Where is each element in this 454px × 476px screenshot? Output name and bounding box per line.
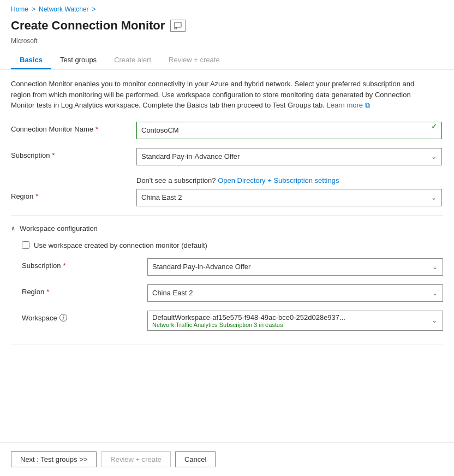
tabs-container: Basics Test groups Create alert Review +… xyxy=(0,51,454,70)
workspace-region-row: Region * China East 2 China East ⌄ xyxy=(22,284,443,302)
workspace-region-control: China East 2 China East ⌄ xyxy=(147,284,443,302)
breadcrumb-home[interactable]: Home xyxy=(11,5,28,13)
form-body: Connection Monitor Name * ✓ Subscription… xyxy=(0,117,454,364)
workspace-nested-form: Subscription * Standard Pay-in-Advance O… xyxy=(11,258,443,331)
workspace-subscription-control: Standard Pay-in-Advance Offer ⌄ xyxy=(147,258,443,276)
tab-test-groups[interactable]: Test groups xyxy=(51,51,105,69)
workspace-checkbox-label[interactable]: Use workspace created by connection moni… xyxy=(34,241,207,249)
ws-subscription-required: * xyxy=(63,261,66,270)
ws-region-required: * xyxy=(46,288,49,296)
description-text: Connection Monitor enables you to monito… xyxy=(0,70,426,117)
valid-checkmark-icon: ✓ xyxy=(431,122,438,130)
workspace-dropdown-arrow-icon: ⌄ xyxy=(432,317,437,324)
workspace-row: Workspace i DefaultWorkspace-af15e575-f9… xyxy=(22,311,443,331)
subscription-required-marker: * xyxy=(52,151,55,159)
workspace-dropdown-inner: DefaultWorkspace-af15e575-f948-49ac-bce0… xyxy=(148,311,443,330)
workspace-main-text: DefaultWorkspace-af15e575-f948-49ac-bce0… xyxy=(152,313,425,322)
workspace-checkbox[interactable] xyxy=(22,241,29,249)
svg-rect-0 xyxy=(175,22,181,27)
tab-review-create[interactable]: Review + create xyxy=(160,51,229,69)
region-label: Region * xyxy=(11,189,136,200)
workspace-dropdown[interactable]: DefaultWorkspace-af15e575-f948-49ac-bce0… xyxy=(147,311,443,331)
connection-monitor-name-label: Connection Monitor Name * xyxy=(11,122,136,133)
breadcrumb: Home > Network Watcher > xyxy=(0,0,454,16)
breadcrumb-sep2: > xyxy=(92,5,96,13)
workspace-label: Workspace i xyxy=(22,311,147,322)
connection-monitor-name-input-wrapper: ✓ xyxy=(136,122,442,139)
page-title: Create Connection Monitor xyxy=(11,19,165,33)
region-control: China East 2 China East ⌄ xyxy=(136,189,442,206)
review-create-button: Review + create xyxy=(101,451,171,467)
learn-more-link[interactable]: Learn more ⧉ xyxy=(327,101,370,109)
workspace-control: DefaultWorkspace-af15e575-f948-49ac-bce0… xyxy=(147,311,443,331)
workspace-checkbox-row: Use workspace created by connection moni… xyxy=(11,241,443,249)
workspace-subscription-row: Subscription * Standard Pay-in-Advance O… xyxy=(22,258,443,276)
collapse-icon: ∧ xyxy=(11,225,15,232)
cancel-button[interactable]: Cancel xyxy=(175,451,216,467)
page-header: Create Connection Monitor xyxy=(0,16,454,37)
workspace-config-header[interactable]: ∧ Workspace configuration xyxy=(11,224,443,233)
subscription-select-wrapper: Standard Pay-in-Advance Offer ⌄ xyxy=(136,148,442,165)
subscription-select[interactable]: Standard Pay-in-Advance Offer xyxy=(136,148,442,165)
subscription-hint: Don't see a subscription? Open Directory… xyxy=(11,174,443,185)
workspace-region-select[interactable]: China East 2 China East xyxy=(147,284,443,302)
next-button[interactable]: Next : Test groups >> xyxy=(11,451,97,467)
breadcrumb-network-watcher[interactable]: Network Watcher xyxy=(39,5,89,13)
region-required-marker: * xyxy=(35,192,38,200)
feedback-icon-button[interactable] xyxy=(170,20,186,32)
workspace-subscription-select-wrapper: Standard Pay-in-Advance Offer ⌄ xyxy=(147,258,443,276)
connection-monitor-name-row: Connection Monitor Name * ✓ xyxy=(11,122,443,139)
workspace-sub-text: Network Traffic Analytics Subscription 3… xyxy=(152,322,425,328)
required-marker: * xyxy=(95,125,98,133)
subscription-control: Standard Pay-in-Advance Offer ⌄ xyxy=(136,148,442,165)
workspace-config-section: ∧ Workspace configuration Use workspace … xyxy=(11,215,443,331)
workspace-region-label: Region * xyxy=(22,284,147,296)
tab-create-alert[interactable]: Create alert xyxy=(105,51,160,69)
tab-basics[interactable]: Basics xyxy=(11,51,51,69)
footer: Next : Test groups >> Review + create Ca… xyxy=(0,442,454,476)
region-select[interactable]: China East 2 China East xyxy=(136,189,442,206)
breadcrumb-sep1: > xyxy=(32,5,35,13)
svg-rect-1 xyxy=(175,27,177,29)
subscription-row: Subscription * Standard Pay-in-Advance O… xyxy=(11,148,443,165)
region-row: Region * China East 2 China East ⌄ xyxy=(11,189,443,206)
page-subtitle: Microsoft xyxy=(0,37,454,51)
workspace-region-select-wrapper: China East 2 China East ⌄ xyxy=(147,284,443,302)
connection-monitor-name-input[interactable] xyxy=(136,122,442,139)
workspace-subscription-select[interactable]: Standard Pay-in-Advance Offer xyxy=(147,258,443,276)
subscription-label: Subscription * xyxy=(11,148,136,159)
region-select-wrapper: China East 2 China East ⌄ xyxy=(136,189,442,206)
feedback-icon xyxy=(174,22,182,29)
bottom-divider xyxy=(11,344,443,344)
workspace-info-icon[interactable]: i xyxy=(59,314,67,322)
open-directory-link[interactable]: Open Directory + Subscription settings xyxy=(218,176,339,185)
connection-monitor-name-control: ✓ xyxy=(136,122,442,139)
workspace-subscription-label: Subscription * xyxy=(22,258,147,270)
